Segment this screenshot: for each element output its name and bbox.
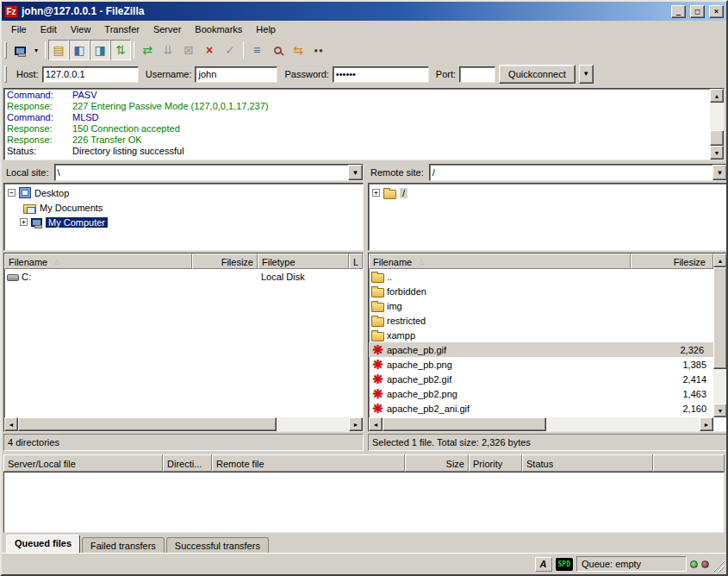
resize-grip[interactable] [712, 560, 725, 572]
remote-hscrollbar[interactable]: ◄ ► [369, 417, 713, 431]
remote-file-row[interactable]: ❋apache_pb2.gif2,414 [369, 372, 713, 386]
toggle-remote-tree-button[interactable]: ◨ [90, 40, 110, 60]
collapse-icon[interactable]: − [8, 189, 16, 197]
scroll-left-icon[interactable]: ◄ [4, 417, 18, 431]
toolbar-separator [243, 41, 244, 59]
column-filesize[interactable]: Filesize [631, 254, 713, 269]
filter-button[interactable]: ●● [308, 40, 329, 60]
reconnect-button[interactable]: ✓ [220, 40, 240, 60]
menu-edit[interactable]: Edit [34, 22, 64, 37]
queue-body[interactable] [3, 472, 725, 533]
maximize-button[interactable]: □ [690, 5, 705, 18]
column-filetype[interactable]: Filetype [258, 254, 349, 269]
column-server-local-file[interactable]: Server/Local file [3, 454, 163, 472]
remote-file-row[interactable]: img [369, 298, 713, 313]
speed-limit-icon[interactable]: SPD [556, 558, 573, 571]
activity-led-red-icon [701, 560, 709, 568]
username-input[interactable] [195, 66, 277, 83]
quickconnect-dropdown[interactable]: ▼ [579, 65, 594, 84]
remote-file-row[interactable]: restricted [369, 313, 713, 328]
column-status[interactable]: Status [522, 454, 653, 472]
tab-successful-transfers[interactable]: Successful transfers [166, 537, 269, 553]
column-filename[interactable]: Filename△ [4, 254, 192, 269]
scroll-right-icon[interactable]: ► [349, 417, 363, 431]
scroll-up-icon[interactable]: ▲ [710, 89, 724, 103]
menu-server[interactable]: Server [146, 22, 188, 37]
synchronized-browsing-button[interactable]: ⇆ [288, 40, 308, 60]
quickconnect-button[interactable]: Quickconnect [499, 65, 576, 84]
column-remote-file[interactable]: Remote file [212, 454, 405, 472]
column-priority[interactable]: Priority [469, 454, 522, 472]
expand-icon[interactable]: + [372, 189, 380, 197]
scroll-right-icon[interactable]: ► [700, 417, 713, 431]
toggle-local-tree-button[interactable]: ◧ [69, 40, 90, 60]
host-input[interactable] [42, 66, 139, 83]
port-input[interactable] [459, 66, 495, 83]
tab-queued-files[interactable]: Queued files [6, 535, 80, 553]
site-manager-button[interactable] [9, 40, 30, 60]
local-hscrollbar[interactable]: ◄ ► [4, 417, 363, 431]
password-input[interactable] [333, 66, 429, 83]
tab-failed-transfers[interactable]: Failed transfers [82, 537, 165, 553]
my-documents-icon [23, 204, 36, 214]
quickconnect-bar: Host: Username: Password: Port: Quickcon… [2, 62, 726, 86]
selected-tree-label: / [400, 188, 408, 198]
dropdown-arrow-icon[interactable]: ▼ [712, 165, 727, 180]
remote-file-row[interactable]: ❋apache_pb2.png1,463 [369, 386, 713, 401]
dropdown-arrow-icon[interactable]: ▼ [348, 165, 363, 180]
remote-file-row[interactable]: xampp [369, 328, 713, 342]
scroll-down-icon[interactable]: ▼ [713, 404, 727, 417]
refresh-button[interactable]: ⇄ [137, 40, 158, 60]
scroll-thumb[interactable] [710, 130, 724, 146]
remote-file-row[interactable]: .. [369, 269, 713, 284]
menu-bookmarks[interactable]: Bookmarks [188, 22, 249, 37]
scroll-up-icon[interactable]: ▲ [713, 254, 727, 267]
disconnect-button[interactable]: × [199, 40, 220, 60]
expand-icon[interactable]: + [20, 218, 28, 226]
scroll-thumb[interactable] [383, 417, 546, 431]
log-scrollbar[interactable]: ▲ ▼ [710, 89, 724, 160]
site-manager-dropdown[interactable]: ▾ [30, 40, 42, 60]
menu-help[interactable]: Help [249, 22, 283, 37]
menu-view[interactable]: View [64, 22, 98, 37]
close-button[interactable]: × [709, 5, 724, 18]
column-filename[interactable]: Filename△ [369, 254, 631, 269]
title-bar[interactable]: Fz john@127.0.0.1 - FileZilla _ □ × [2, 2, 726, 21]
data-type-indicator-icon[interactable]: A [535, 557, 552, 572]
remote-pane: Remote site: / ▼ + / Filename△ Filesize [368, 163, 728, 452]
tree-item-desktop[interactable]: − Desktop [8, 185, 363, 200]
menu-transfer[interactable]: Transfer [97, 22, 146, 37]
find-files-button[interactable] [267, 40, 288, 60]
process-queue-button[interactable]: ⇊ [158, 40, 178, 60]
tree-item-my-documents[interactable]: My Documents [8, 200, 363, 215]
directory-comparison-button[interactable]: ≡ [246, 40, 267, 60]
scroll-thumb[interactable] [713, 267, 727, 369]
toggle-queue-button[interactable]: ⇅ [110, 40, 131, 60]
cancel-operation-button[interactable]: ⊠ [178, 40, 199, 60]
tree-item-my-computer[interactable]: + My Computer [8, 215, 363, 229]
remote-file-row[interactable]: ❋apache_pb2_ani.gif2,160 [369, 401, 713, 416]
column-filesize[interactable]: Filesize [192, 254, 258, 269]
column-size[interactable]: Size [405, 454, 469, 472]
local-file-row[interactable]: C: Local Disk [4, 269, 363, 284]
local-disk-icon [7, 274, 19, 281]
username-label: Username: [146, 69, 192, 79]
image-file-icon: ❋ [371, 390, 384, 398]
remote-file-row[interactable]: ❋apache_pb.png1,385 [369, 357, 713, 372]
menu-file[interactable]: File [4, 22, 34, 37]
toggle-message-log-button[interactable]: ▤ [48, 40, 69, 60]
log-line: Response:150 Connection accepted [7, 123, 710, 135]
scroll-thumb[interactable] [18, 417, 277, 431]
scroll-down-icon[interactable]: ▼ [710, 146, 724, 160]
scroll-left-icon[interactable]: ◄ [369, 417, 383, 431]
remote-file-row-selected[interactable]: ❋apache_pb.gif2,326 [369, 342, 713, 357]
remote-file-row[interactable]: forbidden [369, 284, 713, 298]
column-direction[interactable]: Directi... [163, 454, 212, 472]
remote-vscrollbar[interactable]: ▲ ▼ [713, 254, 727, 417]
local-site-combobox[interactable]: \ ▼ [54, 164, 364, 181]
remote-site-combobox[interactable]: / ▼ [429, 164, 728, 181]
minimize-button[interactable]: _ [671, 5, 686, 18]
column-last-modified[interactable]: L [349, 254, 363, 269]
toolbar-separator [45, 41, 46, 59]
tree-item-root[interactable]: + / [372, 185, 727, 200]
